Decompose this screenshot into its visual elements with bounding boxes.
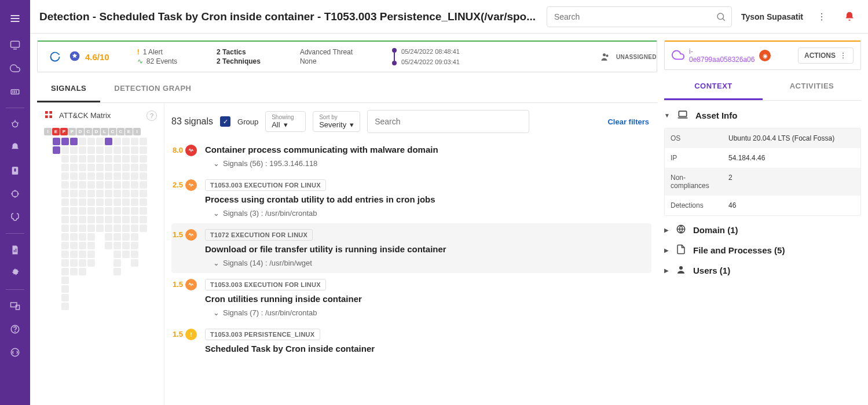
matrix-cell[interactable] (61, 181, 69, 189)
matrix-cell[interactable] (131, 181, 138, 189)
nav-target-icon[interactable] (5, 183, 25, 204)
matrix-cell[interactable] (87, 172, 95, 180)
panel-header[interactable]: ▶File and Processes (5) (664, 244, 861, 256)
nav-bug-icon[interactable] (5, 114, 25, 135)
matrix-cell[interactable] (105, 190, 112, 197)
panel-header[interactable]: ▶Users (1) (664, 264, 861, 277)
matrix-cell[interactable] (113, 216, 121, 223)
nav-api-icon[interactable] (5, 342, 25, 363)
matrix-cell[interactable] (131, 172, 138, 180)
menu-icon[interactable] (0, 5, 30, 32)
matrix-cell[interactable] (70, 190, 78, 197)
matrix-cell[interactable] (79, 224, 86, 232)
sort-select[interactable]: Sort by Severity ▾ (313, 111, 360, 132)
nav-help-icon[interactable] (5, 319, 25, 340)
matrix-cell[interactable] (61, 224, 69, 232)
matrix-cell[interactable] (122, 164, 130, 171)
matrix-cell[interactable] (113, 146, 121, 154)
matrix-cell[interactable] (61, 198, 69, 206)
tab-signals[interactable]: SIGNALS (37, 76, 100, 102)
matrix-cell[interactable] (70, 233, 78, 241)
matrix-cell[interactable] (105, 181, 112, 189)
matrix-cell[interactable] (70, 138, 78, 145)
nav-cloud-icon[interactable] (5, 58, 25, 79)
matrix-cell[interactable] (87, 259, 95, 267)
matrix-cell[interactable] (96, 155, 104, 163)
matrix-cell[interactable] (140, 190, 147, 197)
matrix-cell[interactable] (87, 242, 95, 249)
asset-info-header[interactable]: ▼ Asset Info (664, 109, 861, 122)
matrix-cell[interactable] (96, 164, 104, 171)
matrix-cell[interactable] (70, 216, 78, 223)
matrix-cell[interactable] (105, 242, 112, 249)
group-checkbox[interactable]: ✓ (220, 116, 230, 127)
matrix-cell[interactable] (70, 155, 78, 163)
matrix-cell[interactable] (140, 138, 147, 145)
matrix-cell[interactable] (122, 155, 130, 163)
matrix-cell[interactable] (122, 198, 130, 206)
matrix-cell[interactable] (140, 155, 147, 163)
nav-alert-icon[interactable] (5, 160, 25, 181)
matrix-cell[interactable] (70, 259, 78, 267)
matrix-cell[interactable] (87, 251, 95, 258)
nav-bell-icon[interactable] (5, 137, 25, 158)
matrix-cell[interactable] (131, 242, 138, 249)
signals-search[interactable] (367, 110, 529, 133)
matrix-cell[interactable] (105, 233, 112, 241)
matrix-cell[interactable] (105, 138, 112, 145)
matrix-cell[interactable] (105, 172, 112, 180)
matrix-cell[interactable] (113, 259, 121, 267)
matrix-cell[interactable] (140, 172, 147, 180)
matrix-cell[interactable] (105, 207, 112, 215)
matrix-cell[interactable] (61, 303, 69, 310)
matrix-cell[interactable] (113, 155, 121, 163)
nav-monitor-icon[interactable] (5, 35, 25, 56)
matrix-cell[interactable] (113, 198, 121, 206)
signal-item[interactable]: 1.5T1053.003 EXECUTION FOR LINUXCron uti… (171, 273, 651, 323)
matrix-cell[interactable] (131, 207, 138, 215)
matrix-cell[interactable] (113, 268, 121, 275)
asset-id-link[interactable]: i- 0e8799aa058326a06 (689, 47, 755, 64)
matrix-cell[interactable] (70, 224, 78, 232)
matrix-cell[interactable] (87, 181, 95, 189)
matrix-cell[interactable] (87, 138, 95, 145)
matrix-cell[interactable] (61, 172, 69, 180)
matrix-cell[interactable] (79, 146, 86, 154)
matrix-cell[interactable] (70, 242, 78, 249)
matrix-cell[interactable] (79, 268, 86, 275)
matrix-cell[interactable] (79, 242, 86, 249)
matrix-cell[interactable] (61, 146, 69, 154)
matrix-cell[interactable] (87, 146, 95, 154)
matrix-cell[interactable] (105, 216, 112, 223)
clear-filters-button[interactable]: Clear filters (607, 117, 655, 126)
matrix-cell[interactable] (113, 138, 121, 145)
matrix-cell[interactable] (113, 233, 121, 241)
matrix-cell[interactable] (61, 190, 69, 197)
matrix-cell[interactable] (79, 251, 86, 258)
notification-bell-icon[interactable] (840, 8, 859, 26)
matrix-cell[interactable] (113, 190, 121, 197)
matrix-cell[interactable] (79, 198, 86, 206)
matrix-cell[interactable] (70, 172, 78, 180)
signal-expand[interactable]: ⌄Signals (3) : /usr/bin/crontab (205, 209, 651, 218)
matrix-cell[interactable] (61, 216, 69, 223)
matrix-cell[interactable] (87, 216, 95, 223)
matrix-cell[interactable] (131, 251, 138, 258)
matrix-cell[interactable] (79, 172, 86, 180)
matrix-cell[interactable] (87, 233, 95, 241)
matrix-cell[interactable] (105, 146, 112, 154)
matrix-cell[interactable] (122, 207, 130, 215)
matrix-cell[interactable] (113, 207, 121, 215)
matrix-cell[interactable] (61, 285, 69, 293)
matrix-cell[interactable] (122, 172, 130, 180)
matrix-cell[interactable] (61, 294, 69, 301)
tab-detection-graph[interactable]: DETECTION GRAPH (100, 76, 205, 102)
global-search[interactable] (547, 6, 732, 27)
nav-report-icon[interactable] (5, 240, 25, 260)
matrix-cell[interactable] (53, 146, 60, 154)
matrix-cell[interactable] (70, 207, 78, 215)
matrix-cell[interactable] (105, 198, 112, 206)
matrix-cell[interactable] (131, 233, 138, 241)
nav-gear-icon[interactable] (5, 263, 25, 284)
signal-item[interactable]: 1.5T1072 EXECUTION FOR LINUXDownload or … (171, 223, 651, 273)
